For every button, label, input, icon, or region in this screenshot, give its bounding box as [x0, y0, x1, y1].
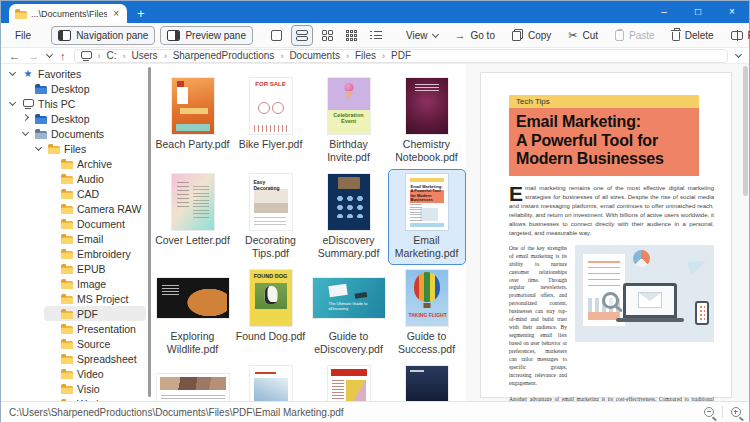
file-tile[interactable] [310, 361, 388, 401]
chevron-right-icon[interactable] [20, 117, 31, 120]
file-tile-guide-to-ediscovery[interactable]: The Ultimate Guide to eDiscoveryGuide to… [310, 265, 388, 361]
file-tile-birthday-invite[interactable]: Celebration EventBirthday Invite.pdf [310, 73, 388, 169]
cut-button[interactable]: ✂Cut [562, 27, 604, 44]
file-explorer-window: ...\Documents\Files\PDF × + – □ × File N… [0, 0, 750, 422]
file-tile-beach-party[interactable]: Beach Party.pdf [154, 73, 232, 169]
chevron-down-icon[interactable] [7, 102, 18, 105]
coverletter-thumbnail-art [172, 174, 214, 230]
sidebar-item-label: Document [77, 218, 125, 230]
chevron-down-icon[interactable] [7, 72, 18, 75]
file-tile-ediscovery-summary[interactable]: eDiscovery Summary.pdf [310, 169, 388, 265]
tiles-view-icon [271, 30, 282, 41]
sidebar-item-video[interactable]: Video [44, 366, 146, 381]
file-menu-button[interactable]: File [9, 27, 37, 44]
file-tile[interactable] [232, 361, 310, 401]
file-tile-email-marketing[interactable]: Email Marketing: A Powerful Tool for Mod… [388, 169, 466, 265]
sidebar-item-audio[interactable]: Audio [44, 171, 146, 186]
preview-scrollbar[interactable] [743, 66, 748, 196]
view-list-button[interactable] [366, 26, 386, 44]
file-tile-guide-to-success[interactable]: TAKING FLIGHTGuide to Success.pdf [388, 265, 466, 361]
copy-button[interactable]: Copy [506, 26, 557, 44]
folder-icon [60, 264, 74, 274]
folder-icon [60, 384, 74, 394]
file-tile-decorating-tips[interactable]: Easy DecoratingDecorating Tips.pdf [232, 169, 310, 265]
zoom-out-icon[interactable] [704, 407, 714, 417]
sidebar-item-visio[interactable]: Visio [44, 381, 146, 396]
sidebar-item-label: Audio [77, 173, 104, 185]
sidebar-scrollbar[interactable] [148, 67, 151, 397]
sidebar-item-presentation[interactable]: Presentation [44, 321, 146, 336]
chevron-down-icon[interactable] [20, 132, 31, 135]
view-small-icons-button[interactable] [342, 26, 361, 45]
thumbnail-text: Easy Decorating [254, 179, 292, 191]
sidebar-item-work[interactable]: Work [44, 396, 146, 401]
close-button[interactable]: × [715, 1, 749, 23]
envelope-graphic [639, 293, 661, 307]
sidebar-item-embroidery[interactable]: Embroidery [44, 246, 146, 261]
breadcrumb-segment[interactable]: SharpenedProductions [173, 50, 275, 61]
file-tile-chemistry-notebook[interactable]: Chemistry Notebook.pdf [388, 73, 466, 169]
view-tiles-button[interactable] [267, 26, 286, 45]
decorating-thumbnail-art: Easy Decorating [250, 174, 292, 230]
goto-button[interactable]: →Go to [449, 27, 501, 44]
file-tile-exploring-wildlife[interactable]: Exploring Wildlife.pdf [154, 265, 232, 361]
breadcrumb-segment[interactable]: Users [132, 50, 158, 61]
sidebar-item-image[interactable]: Image [44, 276, 146, 291]
delete-button[interactable]: Delete [666, 26, 720, 44]
sidebar-item-label: Documents [51, 128, 104, 140]
maximize-button[interactable]: □ [681, 1, 715, 23]
breadcrumb-segment[interactable]: Documents [289, 50, 340, 61]
new-tab-button[interactable]: + [137, 7, 145, 21]
address-dropdown-chevron-icon[interactable] [735, 51, 742, 58]
sidebar-item-camera-raw[interactable]: Camera RAW [44, 201, 146, 216]
breadcrumb-segment[interactable]: Files [355, 50, 376, 61]
folder-icon [60, 309, 74, 319]
sidebar-item-label: Favorites [38, 68, 81, 80]
tab-close-icon[interactable]: × [111, 9, 121, 19]
sidebar-item-files[interactable]: Files [31, 141, 146, 156]
sidebar-item-documents[interactable]: Documents [18, 126, 146, 141]
view-details-button[interactable] [291, 25, 313, 46]
view-medium-icons-button[interactable] [318, 26, 337, 45]
zoom-in-icon[interactable] [731, 407, 741, 417]
sidebar-item-label: This PC [38, 98, 75, 110]
sidebar-item-email[interactable]: Email [44, 231, 146, 246]
forward-button[interactable]: → [28, 50, 39, 62]
paste-button[interactable]: Paste [609, 27, 661, 44]
file-tile-cover-letter[interactable]: Cover Letter.pdf [154, 169, 232, 265]
sidebar-item-favorites[interactable]: ★Favorites [5, 66, 146, 81]
breadcrumb[interactable]: ›C:›Users›SharpenedProductions›Documents… [74, 49, 729, 63]
rename-button[interactable]: Rename [725, 27, 750, 44]
minimize-button[interactable]: – [647, 1, 681, 23]
sidebar-item-epub[interactable]: EPUB [44, 261, 146, 276]
chevron-down-icon[interactable] [33, 147, 44, 150]
sidebar-item-pdf[interactable]: PDF [44, 306, 146, 321]
sidebar-item-this-pc[interactable]: This PC [5, 96, 146, 111]
map-thumbnail-art [328, 366, 370, 401]
file-name: Guide to Success.pdf [389, 330, 465, 355]
sidebar-item-archive[interactable]: Archive [44, 156, 146, 171]
file-tile[interactable] [154, 361, 232, 401]
navigation-pane-toggle[interactable]: Navigation pane [51, 26, 155, 45]
sidebar-item-desktop[interactable]: Desktop [18, 111, 146, 126]
back-button[interactable]: ← [9, 50, 20, 62]
sidebar-item-document[interactable]: Document [44, 216, 146, 231]
explorer-tab[interactable]: ...\Documents\Files\PDF × [9, 4, 127, 23]
file-tile-bike-flyer[interactable]: FOR SALEBike Flyer.pdf [232, 73, 310, 169]
sidebar-item-ms-project[interactable]: MS Project [44, 291, 146, 306]
sidebar-item-desktop[interactable]: Desktop [18, 81, 146, 96]
file-name: Found Dog.pdf [233, 330, 309, 343]
sidebar-item-source[interactable]: Source [44, 336, 146, 351]
sidebar-item-cad[interactable]: CAD [44, 186, 146, 201]
preview-pane-toggle[interactable]: Preview pane [160, 26, 253, 45]
breadcrumb-segment[interactable]: C: [107, 50, 117, 61]
breadcrumb-segment[interactable]: PDF [391, 50, 411, 61]
recent-locations-chevron-icon[interactable] [46, 51, 53, 58]
founddog-thumbnail-art: FOUND DOG [250, 270, 292, 326]
file-tile[interactable] [388, 361, 466, 401]
view-dropdown[interactable]: View [400, 27, 444, 44]
sidebar-item-spreadsheet[interactable]: Spreadsheet [44, 351, 146, 366]
file-tile-found-dog[interactable]: FOUND DOGFound Dog.pdf [232, 265, 310, 361]
up-button[interactable]: ↑ [60, 50, 66, 62]
thumbnail-text: FOUND DOG [250, 273, 292, 279]
